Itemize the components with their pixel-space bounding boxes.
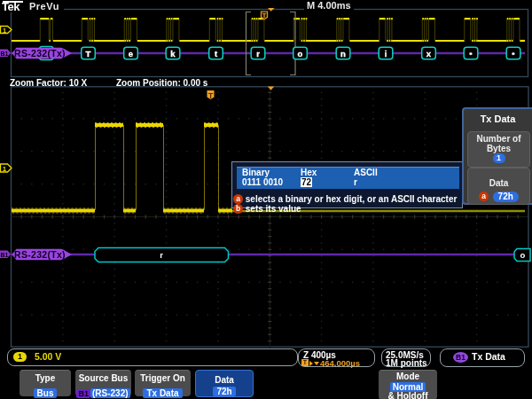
- svg-text:o: o: [520, 250, 526, 260]
- svg-text:RS-232(Tx): RS-232(Tx): [14, 48, 66, 59]
- svg-text:B1: B1: [1, 51, 9, 57]
- svg-text:e: e: [129, 49, 133, 59]
- svg-text:i: i: [385, 49, 387, 59]
- svg-text:n: n: [340, 49, 346, 59]
- svg-text:k: k: [170, 49, 176, 59]
- svg-text:o: o: [298, 49, 303, 59]
- svg-text:T: T: [262, 12, 267, 20]
- svg-text:r: r: [160, 250, 163, 260]
- svg-text:1: 1: [3, 27, 6, 35]
- svg-text:T: T: [86, 49, 91, 59]
- svg-text:x: x: [426, 49, 432, 59]
- svg-text:T: T: [208, 91, 214, 100]
- svg-text:r: r: [256, 49, 260, 59]
- svg-text:RS-232(Tx): RS-232(Tx): [14, 249, 66, 260]
- svg-text:1: 1: [3, 165, 7, 173]
- svg-text:B1: B1: [1, 252, 9, 258]
